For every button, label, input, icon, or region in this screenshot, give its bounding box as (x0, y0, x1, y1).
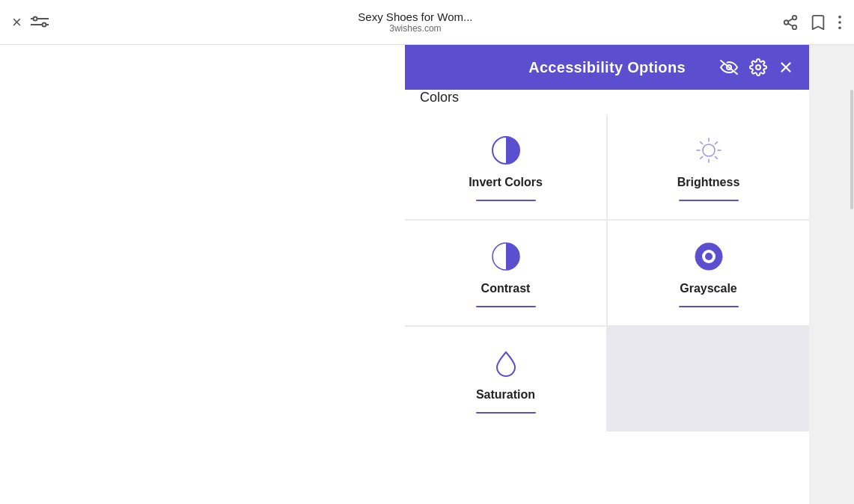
svg-point-11 (838, 15, 841, 18)
grayscale-underline (679, 306, 739, 307)
share-icon[interactable] (782, 14, 799, 31)
accessibility-header: Accessibility Options (405, 45, 809, 90)
invert-colors-icon (488, 132, 524, 168)
browser-icons (782, 14, 842, 31)
scrollbar-thumb (850, 90, 853, 209)
accessibility-title: Accessibility Options (528, 59, 686, 76)
contrast-label: Contrast (481, 282, 531, 295)
browser-title: Sexy Shoes for Wom... (358, 10, 472, 23)
settings-icon[interactable] (749, 58, 767, 76)
svg-point-12 (838, 21, 841, 24)
svg-line-9 (788, 23, 793, 26)
saturation-underline (476, 412, 536, 414)
contrast-option[interactable]: Contrast (405, 221, 606, 325)
svg-point-19 (703, 144, 715, 156)
svg-line-10 (788, 18, 793, 21)
more-icon[interactable] (838, 14, 842, 31)
grayscale-option[interactable]: Grayscale (608, 221, 809, 325)
filter-icon[interactable] (31, 14, 49, 31)
contrast-icon (488, 239, 524, 274)
grayscale-icon (691, 239, 727, 274)
brightness-label: Brightness (677, 176, 740, 189)
header-icons (719, 58, 794, 76)
browser-title-block: Sexy Shoes for Wom... 3wishes.com (58, 10, 773, 34)
browser-bar: × Sexy Shoes for Wom... 3wishes.com (0, 0, 854, 45)
svg-line-26 (715, 142, 717, 144)
brightness-underline (679, 200, 739, 201)
svg-line-27 (700, 157, 702, 159)
svg-point-0 (33, 16, 37, 20)
colors-section-title: Colors (405, 90, 809, 114)
options-grid: Invert Colors (405, 114, 809, 431)
svg-point-13 (838, 26, 841, 29)
invert-colors-option[interactable]: Invert Colors (405, 114, 606, 219)
svg-line-25 (715, 157, 717, 159)
close-icon[interactable] (778, 59, 794, 76)
main-content: Accessibility Options (0, 45, 854, 504)
invert-colors-label: Invert Colors (469, 176, 543, 189)
scrollbar-track[interactable] (850, 45, 854, 504)
accessibility-panel: Accessibility Options (405, 45, 809, 504)
browser-close-icon[interactable]: × (12, 13, 22, 32)
browser-url: 3wishes.com (389, 23, 441, 34)
saturation-label: Saturation (476, 388, 535, 402)
svg-point-15 (756, 65, 760, 70)
invert-colors-underline (476, 200, 536, 201)
bookmark-icon[interactable] (811, 14, 826, 31)
visibility-off-icon[interactable] (719, 59, 739, 76)
left-background (0, 45, 405, 504)
saturation-option[interactable]: Saturation (405, 327, 606, 431)
contrast-underline (476, 306, 536, 307)
brightness-option[interactable]: Brightness (608, 114, 809, 219)
saturation-icon (488, 345, 524, 381)
svg-line-24 (700, 142, 702, 144)
right-panel (809, 45, 854, 504)
svg-point-32 (705, 253, 713, 260)
grayscale-label: Grayscale (680, 282, 737, 295)
svg-point-3 (42, 22, 46, 26)
brightness-icon (691, 132, 727, 168)
